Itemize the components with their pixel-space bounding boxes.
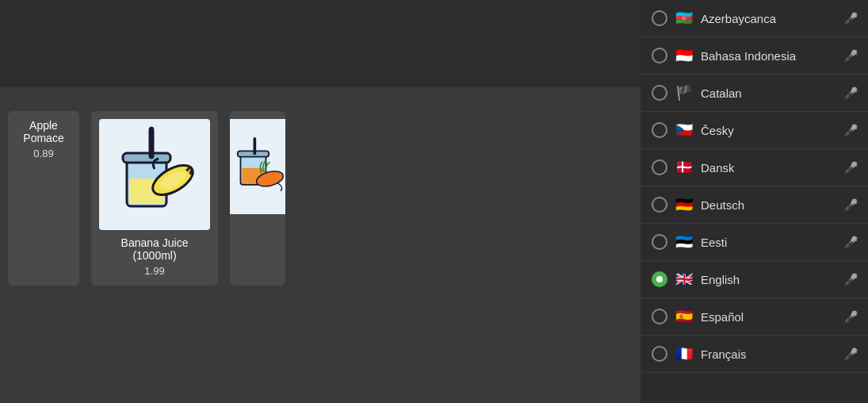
product-area: Apple Pomace 0.89: [0, 0, 640, 403]
lang-item-cesky[interactable]: 🇨🇿Česky🎤: [640, 112, 868, 149]
lang-item-espanol[interactable]: 🇪🇸Español🎤: [640, 298, 868, 336]
lang-item-deutsch[interactable]: 🇩🇪Deutsch🎤: [640, 186, 868, 224]
lang-name-dansk: Dansk: [701, 161, 844, 175]
lang-item-eesti[interactable]: 🇪🇪Eesti🎤: [640, 224, 868, 261]
flag-cesky: 🇨🇿: [675, 121, 693, 139]
product-card-banana-juice[interactable]: Banana Juice (1000ml) 1.99: [91, 111, 218, 286]
language-list[interactable]: 🇦🇿Azerbaycanca🎤🇮🇩Bahasa Indonesia🎤🏴Catal…: [640, 0, 868, 403]
product-card-carrot-juice[interactable]: [230, 111, 285, 286]
mic-icon-english[interactable]: 🎤: [844, 271, 857, 287]
lang-name-english: English: [701, 273, 844, 286]
radio-francais[interactable]: [652, 346, 667, 362]
lang-name-eesti: Eesti: [701, 236, 844, 249]
lang-item-catalan[interactable]: 🏴Catalan🎤: [640, 75, 868, 112]
top-bar: [0, 0, 640, 87]
flag-eesti: 🇪🇪: [675, 233, 693, 251]
radio-bahasa-indonesia[interactable]: [652, 48, 667, 63]
mic-icon-espanol[interactable]: 🎤: [844, 309, 857, 324]
lang-item-dansk[interactable]: 🇩🇰Dansk🎤: [640, 149, 868, 186]
lang-item-francais[interactable]: 🇫🇷Français🎤: [640, 336, 868, 373]
mic-icon-bahasa-indonesia[interactable]: 🎤: [844, 48, 857, 63]
flag-english: 🇬🇧: [675, 271, 693, 288]
svg-rect-2: [149, 127, 154, 159]
mic-icon-francais[interactable]: 🎤: [844, 346, 857, 362]
mic-icon-catalan[interactable]: 🎤: [844, 85, 857, 101]
product-name-apple-pomace: Apple Pomace: [16, 119, 71, 144]
product-image-banana-juice: [99, 119, 210, 230]
lang-name-cesky: Česky: [701, 124, 844, 137]
product-name-banana-juice: Banana Juice (1000ml): [99, 236, 210, 262]
mic-icon-azerbaycanca[interactable]: 🎤: [844, 10, 857, 26]
lang-item-bahasa-indonesia[interactable]: 🇮🇩Bahasa Indonesia🎤: [640, 37, 868, 75]
svg-rect-1: [123, 153, 170, 163]
mic-icon-eesti[interactable]: 🎤: [844, 234, 857, 250]
radio-dansk[interactable]: [652, 159, 667, 175]
flag-dansk: 🇩🇰: [675, 159, 693, 176]
radio-deutsch[interactable]: [652, 197, 667, 213]
flag-deutsch: 🇩🇪: [675, 196, 693, 213]
flag-espanol: 🇪🇸: [675, 308, 693, 325]
product-price-banana-juice: 1.99: [144, 265, 164, 277]
product-image-carrot-juice: [230, 119, 285, 214]
products-grid: Apple Pomace 0.89: [0, 95, 640, 301]
radio-cesky[interactable]: [652, 122, 667, 138]
lang-name-azerbaycanca: Azerbaycanca: [701, 12, 844, 25]
flag-catalan: 🏴: [675, 84, 693, 102]
lang-name-deutsch: Deutsch: [701, 198, 844, 212]
svg-rect-8: [253, 137, 256, 155]
mic-icon-deutsch[interactable]: 🎤: [844, 197, 857, 213]
radio-espanol[interactable]: [652, 309, 667, 324]
flag-bahasa-indonesia: 🇮🇩: [675, 47, 693, 64]
lang-name-bahasa-indonesia: Bahasa Indonesia: [701, 49, 844, 63]
lang-item-english[interactable]: 🇬🇧English🎤: [640, 261, 868, 298]
radio-english[interactable]: [652, 271, 667, 287]
mic-icon-dansk[interactable]: 🎤: [844, 159, 857, 175]
product-card-apple-pomace[interactable]: Apple Pomace 0.89: [8, 111, 79, 286]
radio-azerbaycanca[interactable]: [652, 10, 667, 26]
flag-azerbaycanca: 🇦🇿: [675, 10, 693, 27]
lang-name-espanol: Español: [701, 310, 844, 324]
flag-francais: 🇫🇷: [675, 345, 693, 363]
radio-catalan[interactable]: [652, 85, 667, 101]
lang-item-azerbaycanca[interactable]: 🇦🇿Azerbaycanca🎤: [640, 0, 868, 37]
lang-name-francais: Français: [701, 347, 844, 361]
lang-name-catalan: Catalan: [701, 86, 844, 100]
product-price-apple-pomace: 0.89: [33, 148, 53, 159]
mic-icon-cesky[interactable]: 🎤: [844, 122, 857, 138]
language-panel: 🇦🇿Azerbaycanca🎤🇮🇩Bahasa Indonesia🎤🏴Catal…: [640, 0, 868, 403]
radio-eesti[interactable]: [652, 234, 667, 250]
